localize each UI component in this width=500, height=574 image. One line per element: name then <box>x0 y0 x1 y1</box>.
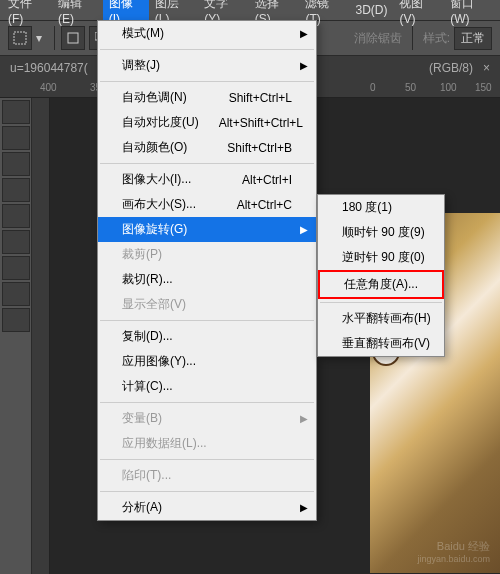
antialias-label: 消除锯齿 <box>354 30 402 47</box>
menu-item-reveal-all: 显示全部(V) <box>98 292 316 317</box>
menu-item-trim[interactable]: 裁切(R)... <box>98 267 316 292</box>
ruler-tick: 0 <box>370 82 376 93</box>
shortcut: Alt+Shift+Ctrl+L <box>199 116 303 130</box>
style-label: 样式: <box>423 30 450 47</box>
menubar: 文件(F) 编辑(E) 图像(I) 图层(L) 文字(Y) 选择(S) 滤镜(T… <box>0 0 500 20</box>
menu-item-auto-contrast[interactable]: 自动对比度(U)Alt+Shift+Ctrl+L <box>98 110 316 135</box>
marquee-tool-icon[interactable] <box>8 26 32 50</box>
tool-slot[interactable] <box>2 230 30 254</box>
separator <box>100 81 314 82</box>
menu-window[interactable]: 窗口(W) <box>444 0 498 28</box>
chevron-right-icon: ▶ <box>300 28 308 39</box>
menu-item-calculations[interactable]: 计算(C)... <box>98 374 316 399</box>
menu-item-arbitrary-rotation[interactable]: 任意角度(A)... <box>318 270 444 299</box>
menu-item-apply-image[interactable]: 应用图像(Y)... <box>98 349 316 374</box>
menu-item-crop: 裁剪(P) <box>98 242 316 267</box>
image-rotation-submenu: 180 度(1) 顺时针 90 度(9) 逆时针 90 度(0) 任意角度(A)… <box>317 194 445 357</box>
menu-item-mode[interactable]: 模式(M)▶ <box>98 21 316 46</box>
tool-slot[interactable] <box>2 256 30 280</box>
menu-item-trap: 陷印(T)... <box>98 463 316 488</box>
shortcut: Alt+Ctrl+I <box>222 173 292 187</box>
menu-item-apply-dataset: 应用数据组(L)... <box>98 431 316 456</box>
chevron-right-icon: ▶ <box>300 224 308 235</box>
menu-item-image-size[interactable]: 图像大小(I)...Alt+Ctrl+I <box>98 167 316 192</box>
menu-item-flip-vertical[interactable]: 垂直翻转画布(V) <box>318 331 444 356</box>
separator <box>100 320 314 321</box>
ruler-vertical <box>32 98 50 574</box>
separator <box>100 49 314 50</box>
menu-view[interactable]: 视图(V) <box>393 0 444 28</box>
separator <box>54 26 55 50</box>
tool-slot[interactable] <box>2 100 30 124</box>
style-dropdown[interactable]: 正常 <box>454 27 492 50</box>
tool-slot[interactable] <box>2 204 30 228</box>
document-mode: (RGB/8) <box>429 61 473 75</box>
menu-item-adjustments[interactable]: 调整(J)▶ <box>98 53 316 78</box>
svg-rect-0 <box>14 32 26 44</box>
tool-slot[interactable] <box>2 178 30 202</box>
menu-item-flip-horizontal[interactable]: 水平翻转画布(H) <box>318 306 444 331</box>
chevron-down-icon[interactable]: ▾ <box>36 31 42 45</box>
tool-slot[interactable] <box>2 152 30 176</box>
chevron-right-icon: ▶ <box>300 413 308 424</box>
shortcut: Alt+Ctrl+C <box>217 198 292 212</box>
separator <box>100 402 314 403</box>
image-menu-dropdown: 模式(M)▶ 调整(J)▶ 自动色调(N)Shift+Ctrl+L 自动对比度(… <box>97 20 317 521</box>
menu-edit[interactable]: 编辑(E) <box>52 0 103 28</box>
close-icon[interactable]: × <box>483 61 490 75</box>
menu-item-variables: 变量(B)▶ <box>98 406 316 431</box>
menu-item-rotate-90-ccw[interactable]: 逆时针 90 度(0) <box>318 245 444 270</box>
shortcut: Shift+Ctrl+L <box>209 91 292 105</box>
menu-item-rotate-90-cw[interactable]: 顺时针 90 度(9) <box>318 220 444 245</box>
selection-new-icon[interactable] <box>61 26 85 50</box>
ruler-tick: 150 <box>475 82 492 93</box>
tool-slot[interactable] <box>2 126 30 150</box>
separator <box>320 302 442 303</box>
shortcut: Shift+Ctrl+B <box>207 141 292 155</box>
menu-item-canvas-size[interactable]: 画布大小(S)...Alt+Ctrl+C <box>98 192 316 217</box>
menu-item-image-rotation[interactable]: 图像旋转(G)▶ <box>98 217 316 242</box>
svg-rect-1 <box>68 33 78 43</box>
menu-item-duplicate[interactable]: 复制(D)... <box>98 324 316 349</box>
chevron-right-icon: ▶ <box>300 502 308 513</box>
chevron-right-icon: ▶ <box>300 60 308 71</box>
tool-slot[interactable] <box>2 308 30 332</box>
ruler-tick: 50 <box>405 82 416 93</box>
ruler-tick: 100 <box>440 82 457 93</box>
tool-slot[interactable] <box>2 282 30 306</box>
separator <box>100 459 314 460</box>
menu-item-analysis[interactable]: 分析(A)▶ <box>98 495 316 520</box>
style-value: 正常 <box>461 30 485 47</box>
menu-item-auto-color[interactable]: 自动颜色(O)Shift+Ctrl+B <box>98 135 316 160</box>
menu-item-auto-tone[interactable]: 自动色调(N)Shift+Ctrl+L <box>98 85 316 110</box>
document-tab-title[interactable]: u=196044787( <box>10 61 88 75</box>
tools-panel <box>0 98 32 574</box>
separator <box>412 26 413 50</box>
menu-3d[interactable]: 3D(D) <box>349 1 393 19</box>
separator <box>100 163 314 164</box>
ruler-tick: 400 <box>40 82 57 93</box>
menu-item-rotate-180[interactable]: 180 度(1) <box>318 195 444 220</box>
separator <box>100 491 314 492</box>
menu-file[interactable]: 文件(F) <box>2 0 52 28</box>
